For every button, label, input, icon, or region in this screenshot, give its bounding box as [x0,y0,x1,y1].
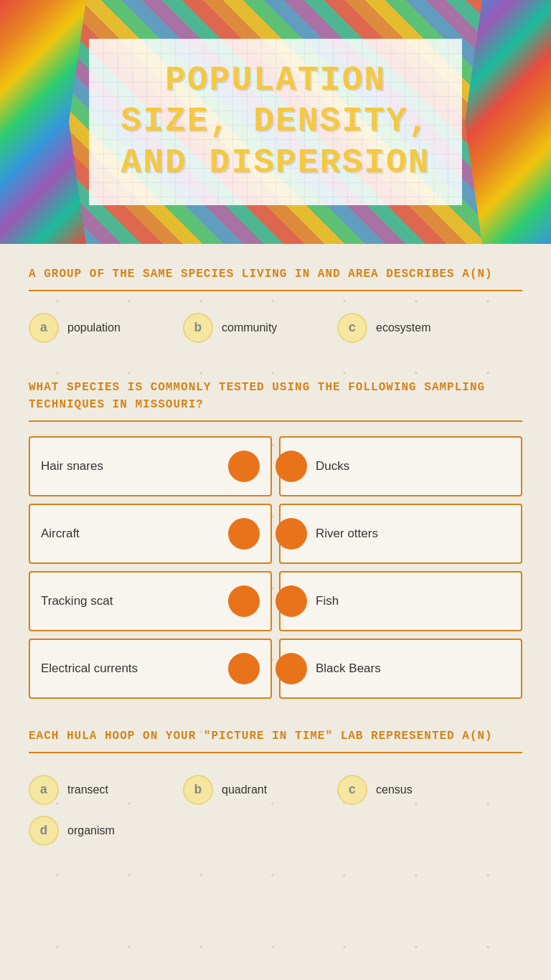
sampling-item-fish[interactable]: Fish [279,571,522,631]
sampling-label-electrical-currents: Electrical currents [41,661,138,676]
answer-label-census: census [376,783,413,796]
answer-label-transect: transect [67,783,108,796]
orange-circle-black-bears [276,653,307,684]
sampling-label-river-otters: River otters [316,527,378,541]
sampling-label-black-bears: Black Bears [316,661,381,676]
sampling-item-river-otters[interactable]: River otters [279,504,522,564]
sampling-label-aircraft: Aircraft [41,527,80,541]
answer-option-3c[interactable]: c census [337,775,481,805]
answer-option-3a[interactable]: a transect [29,775,172,805]
question-1-text: A group of the same species living in an… [29,265,522,283]
orange-circle-hair-snares [228,451,260,482]
badge-a: a [29,313,59,343]
chevron-right-decoration [465,0,551,244]
answer-option-3d[interactable]: d organism [29,816,172,846]
orange-circle-electrical-currents [228,653,260,684]
answer-option-b[interactable]: b community [183,313,326,343]
badge-3d: d [29,816,59,846]
orange-circle-fish [276,585,307,617]
sampling-label-tracking-scat: Tracking scat [41,594,113,608]
answer-option-3b[interactable]: b quadrant [183,775,326,805]
badge-3b: b [183,775,213,805]
badge-3a: a [29,775,59,805]
question-3-divider [29,752,522,753]
badge-c: c [337,313,367,343]
orange-circle-tracking-scat [228,585,260,617]
sampling-item-black-bears[interactable]: Black Bears [279,639,522,699]
orange-circle-river-otters [276,518,307,550]
question-3-options: a transect b quadrant c census d organis… [29,768,522,853]
sampling-label-hair-snares: Hair snares [41,459,103,473]
question-1-divider [29,290,522,291]
sampling-label-fish: Fish [316,594,339,608]
answer-option-c[interactable]: c ecosystem [337,313,481,343]
header-content: Population Size, Density, and Dispersion [89,39,462,206]
question-3-text: Each hula hoop on your "Picture in Time"… [29,727,522,745]
answer-label-organism: organism [67,824,115,837]
answer-label-population: population [67,321,121,334]
header-banner: Population Size, Density, and Dispersion [0,0,551,244]
orange-circle-aircraft [228,518,260,550]
sampling-item-electrical-currents[interactable]: Electrical currents [29,639,272,699]
sampling-item-ducks[interactable]: Ducks [279,436,522,496]
question-3-section: Each hula hoop on your "Picture in Time"… [29,727,522,853]
sampling-item-tracking-scat[interactable]: Tracking scat [29,571,272,631]
sampling-label-ducks: Ducks [316,459,349,473]
question-2-text: What species is commonly tested using th… [29,379,522,413]
sampling-grid: Hair snares Ducks Aircraft River otters … [29,436,522,699]
question-1-section: A group of the same species living in an… [29,265,522,350]
sampling-item-hair-snares[interactable]: Hair snares [29,436,272,496]
answer-label-ecosystem: ecosystem [376,321,430,334]
answer-option-a[interactable]: a population [29,313,172,343]
question-2-divider [29,420,522,422]
sampling-item-aircraft[interactable]: Aircraft [29,504,272,564]
page-title: Population Size, Density, and Dispersion [103,60,448,184]
answer-label-quadrant: quadrant [222,783,267,796]
badge-b: b [183,313,213,343]
badge-3c: c [337,775,367,805]
orange-circle-ducks [276,451,307,482]
question-2-section: What species is commonly tested using th… [29,379,522,699]
answer-label-community: community [222,321,277,334]
main-content: A group of the same species living in an… [0,244,551,980]
question-1-options: a population b community c ecosystem [29,306,522,350]
